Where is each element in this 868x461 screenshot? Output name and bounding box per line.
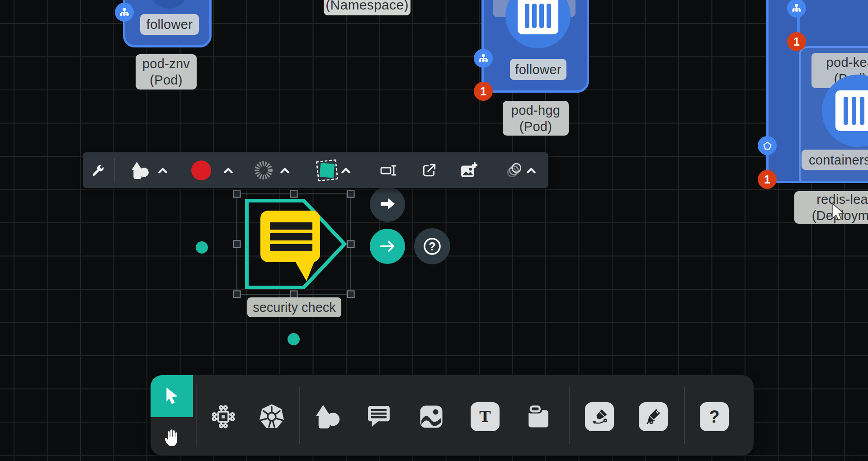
hand-tool-button[interactable] <box>151 417 193 456</box>
toolbar-separator <box>196 384 197 447</box>
connection-point[interactable] <box>196 241 208 254</box>
badge-count: 1 <box>793 35 800 48</box>
connect-arrow-button[interactable] <box>370 187 405 222</box>
bottom-tool-palette: T ? <box>151 375 754 456</box>
image-icon <box>419 404 444 429</box>
label-line1: pod-znv <box>142 56 190 72</box>
sitemap-icon <box>119 7 129 17</box>
label-line1: pod-hgg <box>511 102 561 118</box>
connection-point[interactable] <box>288 333 300 345</box>
pencil-freehand-tool-button[interactable] <box>638 402 668 432</box>
layers-icon[interactable] <box>505 162 524 179</box>
pencil-freehand-icon <box>639 402 668 431</box>
toolbar-separator <box>114 158 115 183</box>
shapes-tool-button[interactable] <box>313 402 343 432</box>
shapes-icon <box>315 404 341 430</box>
pentagon-icon <box>763 141 772 151</box>
speech-bubble-icon <box>260 211 320 281</box>
connection-count-badge[interactable]: 1 <box>787 32 806 51</box>
node-pod-znv[interactable]: follower <box>123 0 212 47</box>
canvas[interactable]: { "canvas": { "background": "#0b0c0d", "… <box>0 0 868 461</box>
help-tool-button[interactable]: ? <box>699 402 729 432</box>
label-line2: (Deployment) <box>812 207 868 224</box>
sitemap-icon <box>478 53 488 63</box>
selection-style-icon[interactable] <box>318 163 336 177</box>
node-title-chip: follower <box>140 14 199 35</box>
chevron-up-icon[interactable] <box>158 167 168 173</box>
note-icon <box>525 404 552 430</box>
hand-icon <box>161 426 182 447</box>
shape-name-text: security check <box>253 300 336 315</box>
arrow-right-icon <box>378 195 396 213</box>
containers-chip[interactable]: containers. <box>802 150 868 170</box>
connection-count-badge[interactable]: 1 <box>474 82 493 101</box>
container-icon <box>835 90 868 131</box>
note-tool-button[interactable] <box>524 402 553 432</box>
shape-name-label[interactable]: security check <box>247 297 341 317</box>
label-line2: (Pod) <box>150 72 182 88</box>
floating-format-toolbar <box>83 152 548 188</box>
toolbar-separator <box>684 387 685 444</box>
cursor-icon <box>162 386 181 406</box>
kubernetes-tool-button[interactable] <box>257 402 287 432</box>
image-tool-button[interactable] <box>416 402 446 432</box>
node-label-redis-leader[interactable]: redis-leader (Deployment) <box>794 191 868 224</box>
chevron-up-icon[interactable] <box>341 167 351 173</box>
connection-count-badge[interactable]: 1 <box>758 170 777 189</box>
badge-count: 1 <box>480 85 486 98</box>
label-line1: pod-kea <box>826 54 868 71</box>
kubernetes-icon <box>258 403 286 431</box>
selected-shape-group[interactable] <box>231 188 362 300</box>
border-style-ring-icon[interactable] <box>252 159 275 182</box>
wrench-icon[interactable] <box>88 163 107 178</box>
shapes-icon[interactable] <box>130 161 151 180</box>
sitemap-badge[interactable] <box>115 3 134 22</box>
circuit-tool-button[interactable] <box>208 402 238 432</box>
text-tool-button[interactable]: T <box>470 402 500 432</box>
badge-count: 1 <box>764 173 770 186</box>
chevron-up-icon[interactable] <box>526 167 536 173</box>
image-add-icon[interactable] <box>460 162 477 179</box>
node-pod-hgg[interactable]: follower <box>481 0 589 93</box>
circuit-icon <box>210 403 237 430</box>
node-label-pod-znv[interactable]: pod-znv (Pod) <box>136 54 197 89</box>
rename-icon[interactable] <box>379 163 399 178</box>
help-button[interactable]: ? <box>414 228 450 264</box>
toolbar-separator <box>299 387 300 444</box>
pen-connector-icon <box>585 402 614 431</box>
comment-tool-button[interactable] <box>364 402 394 432</box>
open-external-icon[interactable] <box>421 163 437 178</box>
text-tool-icon: T <box>471 402 500 431</box>
chevron-up-icon[interactable] <box>223 167 233 173</box>
label-line2: (Pod) <box>519 118 552 135</box>
containers-label: containers. <box>809 152 868 168</box>
question-circle-icon: ? <box>421 235 443 257</box>
chevron-up-icon[interactable] <box>280 167 290 173</box>
container-icon <box>518 0 558 34</box>
pod-icon-circle <box>505 0 571 48</box>
node-label-namespace[interactable]: (Namespace) <box>324 0 410 15</box>
node-title-chip: follower <box>510 59 566 80</box>
fill-color-swatch[interactable] <box>191 160 211 180</box>
quick-connect-button[interactable] <box>370 229 405 264</box>
label-line1: redis-leader <box>816 191 868 207</box>
pentagon-badge[interactable] <box>758 136 777 155</box>
cursor-tool-button[interactable] <box>151 375 193 417</box>
svg-text:?: ? <box>429 240 435 253</box>
node-redis-leader[interactable]: pod-kea (Pod) containers. <box>766 0 868 183</box>
help-tool-icon: ? <box>700 402 729 431</box>
sitemap-badge[interactable] <box>474 49 493 68</box>
comment-icon <box>366 404 392 430</box>
arrow-right-icon <box>379 238 396 255</box>
node-label-pod-hgg[interactable]: pod-hgg (Pod) <box>503 101 569 136</box>
toolbar-separator <box>569 387 570 444</box>
pod-icon-circle <box>149 0 189 9</box>
label-line2: (Namespace) <box>326 0 408 13</box>
pen-connector-tool-button[interactable] <box>585 402 614 432</box>
sitemap-icon <box>792 3 802 13</box>
